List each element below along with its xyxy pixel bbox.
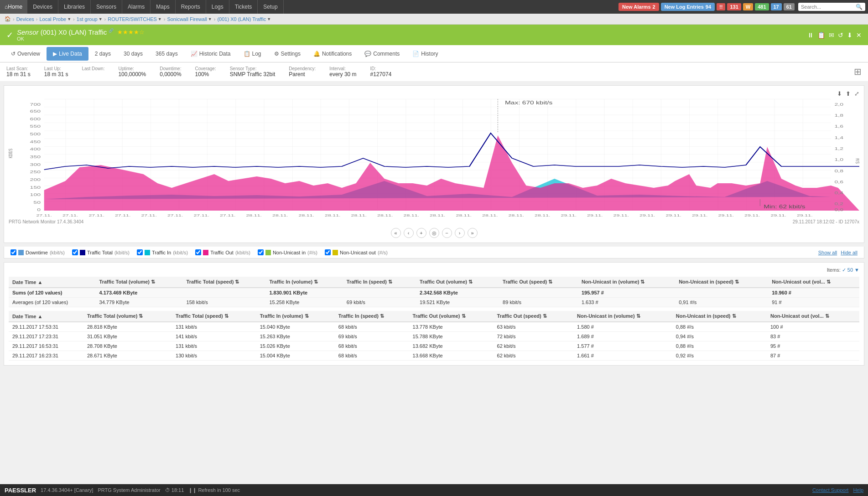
- refresh-icon[interactable]: ↺: [838, 31, 843, 39]
- svg-text:1,0: 1,0: [835, 157, 844, 162]
- svg-text:00:00: 00:00: [247, 217, 261, 217]
- items-dropdown[interactable]: ✓ 50 ▼: [842, 267, 859, 273]
- data-col-total-vol[interactable]: Traffic Total (volume) ⇅: [83, 311, 172, 322]
- hide-all-link[interactable]: Hide all: [841, 250, 858, 255]
- legend-traffic-in-check[interactable]: [137, 249, 143, 255]
- tab-log[interactable]: 📋 Log: [237, 47, 268, 61]
- chart-prev-btn[interactable]: ‹: [404, 228, 414, 238]
- search-input[interactable]: [801, 4, 856, 10]
- nav-home[interactable]: ⌂ Home: [0, 0, 27, 14]
- nav-right-section: New Alarms 2 New Log Entries 94 !! 131 W…: [619, 0, 868, 14]
- tab-365-days[interactable]: 365 days: [149, 47, 184, 61]
- close-header-icon[interactable]: ✕: [856, 31, 862, 39]
- chart-last-btn[interactable]: »: [468, 228, 478, 238]
- data-col-nu-in-spd[interactable]: Non-Unicast in (speed) ⇅: [672, 311, 767, 322]
- email-icon[interactable]: ✉: [829, 31, 834, 39]
- nav-maps-label: Maps: [156, 4, 169, 10]
- bc-local-probe[interactable]: Local Probe ▼: [39, 16, 71, 22]
- tab-overview[interactable]: ↺ Overview: [5, 47, 47, 61]
- exclaim-badge[interactable]: !!: [717, 3, 725, 10]
- pause-icon[interactable]: ⏸: [807, 31, 814, 39]
- bc-sensor[interactable]: (001) X0 (LAN) Traffic ▼: [217, 16, 271, 22]
- svg-text:16:00: 16:00: [771, 217, 785, 217]
- legend-non-unicast-out-color: [333, 250, 338, 255]
- chart-zoom-in-btn[interactable]: +: [416, 228, 426, 238]
- svg-text:14:00: 14:00: [431, 217, 445, 217]
- history-icon: 📄: [412, 51, 419, 57]
- clipboard-icon[interactable]: 📋: [817, 31, 825, 39]
- bc-sonicwall[interactable]: Sonicwall Firewall ▼: [167, 16, 212, 22]
- nav-devices[interactable]: Devices: [27, 0, 58, 14]
- data-col-total-spd[interactable]: Traffic Total (speed) ⇅: [172, 311, 256, 322]
- data-col-in-spd[interactable]: Traffic In (speed) ⇅: [335, 311, 409, 322]
- chart-first-btn[interactable]: «: [391, 228, 401, 238]
- chart-next-btn[interactable]: ›: [455, 228, 465, 238]
- table-header-row: Items: ✓ 50 ▼: [9, 267, 859, 273]
- tab-comments-label: Comments: [373, 51, 400, 57]
- col-non-unicast-out-vol[interactable]: Non-Unicast out (vol... ⇅: [768, 277, 859, 288]
- nav-maps[interactable]: Maps: [151, 0, 175, 14]
- col-traffic-total-spd[interactable]: Traffic Total (speed) ⇅: [183, 277, 266, 288]
- qr-button[interactable]: ⊞: [854, 66, 862, 78]
- data-col-in-vol[interactable]: Traffic In (volume) ⇅: [256, 311, 335, 322]
- badge-w[interactable]: W: [743, 3, 753, 10]
- expand-chart-icon[interactable]: ⤢: [854, 90, 859, 97]
- badge-131[interactable]: 131: [727, 3, 741, 10]
- tab-2-days[interactable]: 2 days: [88, 47, 117, 61]
- tab-settings[interactable]: ⚙ Settings: [268, 47, 307, 61]
- new-alarms-button[interactable]: New Alarms 2: [619, 3, 659, 11]
- badge-61[interactable]: 61: [784, 3, 795, 10]
- download-icon[interactable]: ⬇: [847, 31, 852, 39]
- legend-non-unicast-out-check[interactable]: [325, 249, 331, 255]
- nav-libraries[interactable]: Libraries: [58, 0, 91, 14]
- show-all-link[interactable]: Show all: [818, 250, 837, 255]
- col-traffic-out-vol[interactable]: Traffic Out (volume) ⇅: [416, 277, 499, 288]
- legend-traffic-total-check[interactable]: [72, 249, 78, 255]
- bc-devices[interactable]: Devices: [16, 16, 34, 22]
- legend-downtime-check[interactable]: [10, 249, 16, 255]
- nav-alarms[interactable]: Alarms: [122, 0, 151, 14]
- nav-logs[interactable]: Logs: [206, 0, 229, 14]
- data-col-out-spd[interactable]: Traffic Out (speed) ⇅: [494, 311, 574, 322]
- data-col-nu-in-vol[interactable]: Non-Unicast in (volume) ⇅: [573, 311, 672, 322]
- id-label: ID:: [370, 66, 392, 71]
- col-traffic-in-spd[interactable]: Traffic In (speed) ⇅: [343, 277, 416, 288]
- nav-reports[interactable]: Reports: [176, 0, 206, 14]
- tab-history[interactable]: 📄 History: [406, 47, 444, 61]
- nav-home-label: Home: [8, 4, 22, 10]
- upload-chart-icon[interactable]: ⬆: [846, 90, 851, 97]
- data-col-datetime[interactable]: Date Time ▲: [9, 311, 83, 322]
- data-col-out-vol[interactable]: Traffic Out (volume) ⇅: [409, 311, 494, 322]
- nav-setup[interactable]: Setup: [258, 0, 283, 14]
- col-traffic-out-spd[interactable]: Traffic Out (speed) ⇅: [499, 277, 578, 288]
- badge-17[interactable]: 17: [771, 3, 782, 10]
- new-log-button[interactable]: New Log Entries 94: [661, 3, 715, 11]
- bc-home-icon[interactable]: 🏠: [5, 16, 11, 22]
- tab-30-days[interactable]: 30 days: [117, 47, 149, 61]
- col-non-unicast-in-spd[interactable]: Non-Unicast in (speed) ⇅: [675, 277, 768, 288]
- sums-nu-in-spd: [675, 288, 768, 298]
- col-datetime[interactable]: Date Time ▲: [9, 277, 96, 288]
- search-box[interactable]: 🔍: [798, 3, 865, 11]
- legend-non-unicast-in-check[interactable]: [258, 249, 264, 255]
- tab-notifications[interactable]: 🔔 Notifications: [307, 47, 358, 61]
- svg-text:18:00: 18:00: [168, 217, 182, 217]
- download-chart-icon[interactable]: ⬇: [837, 90, 842, 97]
- bc-1st-group[interactable]: 1st group ▼: [77, 16, 103, 22]
- col-traffic-in-vol[interactable]: Traffic In (volume) ⇅: [265, 277, 343, 288]
- legend-traffic-out-check[interactable]: [195, 249, 201, 255]
- nav-tickets[interactable]: Tickets: [229, 0, 258, 14]
- tab-live-data[interactable]: ▶ Live Data: [47, 47, 88, 61]
- log-icon: 📋: [244, 51, 250, 57]
- col-traffic-total-vol[interactable]: Traffic Total (volume) ⇅: [96, 277, 183, 288]
- tab-comments[interactable]: 💬 Comments: [358, 47, 406, 61]
- col-non-unicast-in-vol[interactable]: Non-Unicast in (volume) ⇅: [578, 277, 675, 288]
- sensor-type-label: Sensor Type:: [230, 66, 275, 71]
- bc-router-switches[interactable]: ROUTER/SWITCHES ▼: [108, 16, 161, 22]
- nav-sensors[interactable]: Sensors: [91, 0, 122, 14]
- chart-zoom-out-btn[interactable]: −: [442, 228, 452, 238]
- tab-historic[interactable]: 📈 Historic Data: [184, 47, 237, 61]
- chart-center-btn[interactable]: ◎: [429, 228, 439, 238]
- badge-481[interactable]: 481: [755, 3, 769, 10]
- data-col-nu-out-vol[interactable]: Non-Unicast out (vol... ⇅: [767, 311, 859, 322]
